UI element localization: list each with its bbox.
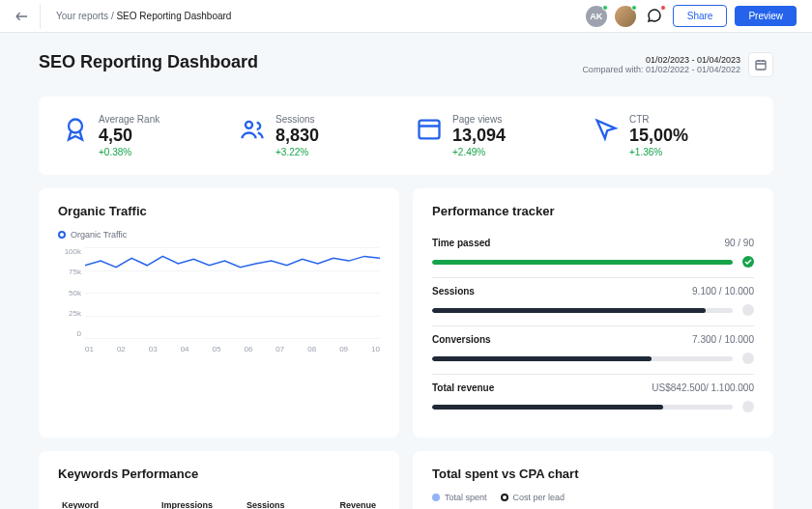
chart-legend: Organic Traffic bbox=[58, 230, 380, 240]
section-title: Organic Traffic bbox=[58, 204, 380, 218]
tracker-bar-row bbox=[432, 304, 754, 316]
tracker-row: Sessions 9.100 / 10.000 bbox=[432, 277, 754, 304]
legend-dot bbox=[58, 231, 66, 239]
section-title: Performance tracker bbox=[432, 204, 754, 218]
legend-dot bbox=[501, 494, 508, 501]
chat-icon bbox=[647, 9, 662, 24]
tracker-row: Total revenue US$842.500/ 1.100.000 bbox=[432, 374, 754, 401]
tracker-bar-row bbox=[432, 401, 754, 412]
date-primary: 01/02/2023 - 01/04/2023 bbox=[582, 55, 740, 65]
page-header: SEO Reporting Dashboard 01/02/2023 - 01/… bbox=[39, 52, 773, 77]
status-dot bbox=[602, 5, 608, 11]
topbar: Your reports / SEO Reporting Dashboard A… bbox=[0, 0, 812, 33]
breadcrumb-current: SEO Reporting Dashboard bbox=[116, 11, 231, 21]
kpi-average-rank: Average Rank4,50+0.38% bbox=[62, 114, 219, 157]
back-button[interactable] bbox=[15, 4, 41, 29]
topbar-left: Your reports / SEO Reporting Dashboard bbox=[15, 4, 231, 29]
svg-point-2 bbox=[246, 122, 252, 128]
section-title: Total spent vs CPA chart bbox=[432, 467, 754, 481]
avatar-user1[interactable]: AK bbox=[586, 6, 607, 27]
page-title: SEO Reporting Dashboard bbox=[39, 52, 258, 72]
svg-point-1 bbox=[69, 120, 82, 133]
progress-bar bbox=[432, 308, 733, 313]
svg-rect-0 bbox=[756, 61, 766, 70]
calendar-button[interactable] bbox=[748, 52, 773, 77]
chart-legend: Total spent Cost per lead bbox=[432, 493, 754, 502]
legend-item: Total spent bbox=[432, 493, 487, 502]
tracker-bar-row bbox=[432, 256, 754, 268]
legend-dot bbox=[432, 494, 440, 501]
tracker-bar-row bbox=[432, 353, 754, 364]
topbar-right: AK Share Preview bbox=[586, 5, 797, 27]
legend-item: Organic Traffic bbox=[58, 230, 127, 240]
share-button[interactable]: Share bbox=[673, 5, 728, 27]
avatar-user2[interactable] bbox=[615, 6, 636, 27]
preview-button[interactable]: Preview bbox=[735, 6, 797, 26]
organic-traffic-card: Organic Traffic Organic Traffic 100k75k5… bbox=[39, 188, 399, 438]
kpi-sessions: Sessions8,830+3.22% bbox=[239, 114, 396, 157]
breadcrumb-root[interactable]: Your reports bbox=[56, 11, 108, 21]
status-indicator bbox=[742, 401, 754, 412]
status-indicator bbox=[742, 256, 754, 268]
x-axis: 01020304050607080910 bbox=[85, 345, 380, 353]
organic-chart: 100k75k50k25k0 01020304050607080910 bbox=[58, 247, 380, 353]
progress-bar bbox=[432, 260, 733, 265]
date-compared: Compared with: 01/02/2022 - 01/04/2022 bbox=[582, 65, 740, 74]
progress-bar bbox=[432, 405, 733, 410]
kpi-page-views: Page views13,094+2.49% bbox=[416, 114, 573, 157]
kpi-row: Average Rank4,50+0.38% Sessions8,830+3.2… bbox=[62, 114, 750, 157]
svg-rect-3 bbox=[420, 121, 440, 139]
tracker-row: Time passed 90 / 90 bbox=[432, 230, 754, 256]
calendar-icon bbox=[754, 58, 768, 71]
status-indicator bbox=[742, 304, 754, 316]
cursor-icon bbox=[593, 116, 620, 143]
plot-area bbox=[85, 247, 380, 338]
status-indicator bbox=[742, 353, 754, 364]
tracker-row: Conversions 7.300 / 10.000 bbox=[432, 325, 754, 353]
chat-button[interactable] bbox=[644, 6, 665, 27]
browser-icon bbox=[416, 116, 443, 143]
arrow-left-icon bbox=[15, 12, 28, 21]
legend-item: Cost per lead bbox=[501, 493, 566, 502]
table-header: KeywordImpressionsSessionsRevenue bbox=[58, 493, 380, 509]
progress-bar bbox=[432, 356, 733, 361]
notification-dot bbox=[660, 5, 666, 11]
section-title: Keywords Performance bbox=[58, 467, 380, 481]
y-axis: 100k75k50k25k0 bbox=[58, 247, 81, 338]
tracker-list: Time passed 90 / 90 Sessions 9.100 / 10.… bbox=[432, 230, 754, 412]
award-icon bbox=[62, 116, 89, 143]
kpi-ctr: CTR15,00%+1.36% bbox=[593, 114, 750, 157]
cpa-card: Total spent vs CPA chart Total spent Cos… bbox=[413, 451, 773, 509]
main-container: SEO Reporting Dashboard 01/02/2023 - 01/… bbox=[39, 33, 773, 509]
kpi-card: Average Rank4,50+0.38% Sessions8,830+3.2… bbox=[39, 97, 773, 175]
status-dot bbox=[631, 5, 637, 11]
breadcrumb: Your reports / SEO Reporting Dashboard bbox=[56, 11, 231, 21]
performance-tracker-card: Performance tracker Time passed 90 / 90 … bbox=[413, 188, 773, 438]
users-icon bbox=[239, 116, 266, 143]
keywords-table: KeywordImpressionsSessionsRevenue Keywor… bbox=[58, 493, 380, 509]
date-range: 01/02/2023 - 01/04/2023 Compared with: 0… bbox=[582, 52, 773, 77]
keywords-card: Keywords Performance KeywordImpressionsS… bbox=[39, 451, 399, 509]
